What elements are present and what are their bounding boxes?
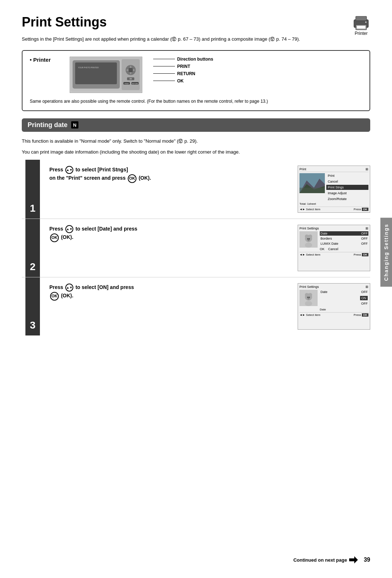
screen-3-body: Date OFF ON OFF	[299, 290, 368, 311]
steps-container: 1 Press ▲▼ to select [Print Stngs] on th…	[22, 160, 370, 335]
screen-2-icon: ⊞	[366, 227, 368, 230]
menu-item-cancel: Cancel	[326, 179, 368, 184]
step-3-instruction: Press ▲▼ to select [ON] and press OK (OK…	[49, 283, 290, 301]
step-2-number: 2	[30, 261, 36, 273]
svg-text:RETURN: RETURN	[132, 83, 138, 85]
ok-button-item: OK	[153, 78, 213, 84]
step-2-content: Press ▲▼ to select [Date] and press OK (…	[44, 219, 370, 277]
svg-rect-1	[356, 16, 367, 21]
step-3-number-col: 3	[22, 277, 44, 335]
printer-icon-label: Printer	[355, 31, 367, 36]
menu-item-image-adjust: Image Adjust	[326, 191, 368, 196]
screen-3-on-value: ON	[360, 296, 368, 300]
print-label: PRINT	[177, 64, 190, 69]
dog-svg-2	[299, 231, 318, 248]
printer-label: • Printer	[30, 57, 62, 63]
settings-row-lumix-date: LUMIX Date OFF	[320, 241, 368, 246]
ok-btn-1: OK	[128, 174, 136, 183]
step-3-row: 3 Press ▲▼ to select [ON] and press OK (…	[22, 277, 370, 335]
svg-text:YOUR PHOTO PRINTER: YOUR PHOTO PRINTER	[78, 66, 99, 69]
screen-3-off-value: OFF	[361, 302, 368, 305]
step-1-number-box: 1	[25, 160, 40, 219]
printer-box-label: • Printer	[30, 57, 51, 63]
step-1-text: Press ▲▼ to select [Print Stngs] on the …	[49, 166, 290, 213]
svg-point-37	[309, 293, 312, 297]
screen-3-date-sub: Date	[320, 308, 368, 311]
screen-3-footer: ◄► Select item Press OK	[299, 312, 368, 317]
screen-3-thumbnail	[299, 290, 318, 306]
svg-text:OK: OK	[129, 78, 132, 80]
screen-1-icon: ⊞	[366, 167, 368, 171]
svg-point-30	[307, 238, 309, 240]
step-3-text: Press ▲▼ to select [ON] and press OK (OK…	[49, 283, 290, 330]
direction-circle-btn-1: ▲▼	[65, 166, 73, 174]
continue-arrow-icon	[349, 556, 358, 563]
screen-2-buttons: OK Cancel	[320, 247, 368, 251]
screen-2-footer: ◄► Select item Press OK	[299, 252, 368, 256]
settings-borders-label: Borders	[320, 237, 332, 240]
settings-lumix-value: OFF	[361, 242, 368, 245]
printer-icon-area: Printer	[352, 15, 370, 36]
settings-lumix-label: LUMIX Date	[320, 242, 338, 245]
svg-point-11	[128, 68, 133, 73]
step-3-number: 3	[30, 319, 36, 331]
step-2-screen: Print Settings ⊞	[298, 225, 370, 271]
svg-point-29	[309, 235, 312, 238]
svg-rect-42	[349, 558, 354, 561]
settings-row-borders: Borders OFF	[320, 236, 368, 241]
screen-3-icon: ⊞	[366, 285, 368, 289]
screen-3-header: Print Settings ⊞	[299, 285, 368, 289]
dog-svg-3	[299, 290, 318, 306]
printer-icon	[352, 15, 370, 31]
menu-item-print-stngs: Print Stngs	[326, 185, 368, 190]
step-2-instruction: Press ▲▼ to select [Date] and press OK (…	[49, 225, 290, 242]
svg-point-28	[305, 235, 309, 238]
screen-1-footer-left: ◄► Select item	[299, 208, 320, 211]
screen-2-ok-btn: OK	[320, 247, 324, 251]
screen-3-off-option: OFF	[320, 301, 368, 306]
screen-2-footer-right: Press OK	[354, 253, 368, 256]
screen-1-menu: Print Cancel Print Stngs Image Adjust Zo…	[326, 173, 368, 202]
intro-text: Settings in the [Print Settings] are not…	[22, 36, 370, 43]
screen-2-body: Date OFF Borders OFF LUMIX Date OFF OK	[299, 231, 368, 251]
direction-circle-btn-3: ▲▼	[65, 284, 73, 292]
settings-row-date: Date OFF	[320, 231, 368, 236]
screen-1-thumbnail	[299, 173, 325, 193]
svg-point-32	[307, 240, 310, 241]
screen-2-settings: Date OFF Borders OFF LUMIX Date OFF OK	[320, 231, 368, 251]
step-2-number-box: 2	[25, 219, 40, 277]
step-1-instruction: Press ▲▼ to select [Print Stngs] on the …	[49, 166, 290, 183]
screen-2-header: Print Settings ⊞	[299, 227, 368, 230]
settings-borders-value: OFF	[361, 237, 368, 240]
continued-label: Continued on next page	[293, 556, 358, 563]
svg-point-38	[307, 297, 309, 298]
step-2-number-col: 2	[22, 219, 44, 277]
svg-point-40	[307, 298, 310, 300]
screen-2-footer-left: ◄► Select item	[299, 253, 320, 256]
menu-item-zoom-rotate: Zoom/Rotate	[326, 196, 368, 202]
ok-btn-2: OK	[50, 233, 59, 242]
printer-note: Same operations are also possible using …	[30, 98, 362, 105]
page-number: 39	[364, 557, 370, 563]
print-button-item: PRINT	[153, 64, 213, 69]
svg-rect-25	[299, 188, 325, 193]
screen-3-date-label: Date	[320, 290, 327, 294]
screen-1-footer: ◄► Select item Press OK	[299, 207, 368, 211]
svg-rect-3	[357, 26, 366, 29]
step-3-content: Press ▲▼ to select [ON] and press OK (OK…	[44, 277, 370, 335]
step-3-screen: Print Settings ⊞	[298, 283, 370, 330]
screen-3-footer-right: Press OK	[354, 313, 368, 317]
step-2-row: 2 Press ▲▼ to select [Date] and press OK…	[22, 219, 370, 277]
section-header: Printing date N	[22, 118, 370, 132]
screen-3-footer-left: ◄► Select item	[299, 313, 320, 317]
screen-1-total: Total: 1sheet	[299, 202, 368, 205]
settings-date-label: Date	[320, 232, 327, 235]
svg-point-39	[309, 297, 310, 298]
camera-panel-svg: YOUR PHOTO PRINTER OK PRINT RETURN	[71, 57, 142, 92]
screen-1-footer-right: Press OK	[354, 208, 368, 211]
screen-3-settings: Date OFF ON OFF	[320, 290, 368, 311]
step-1-row: 1 Press ▲▼ to select [Print Stngs] on th…	[22, 160, 370, 219]
step-1-number-col: 1	[22, 160, 44, 219]
ok-label: OK	[177, 78, 184, 84]
svg-point-31	[309, 238, 310, 240]
